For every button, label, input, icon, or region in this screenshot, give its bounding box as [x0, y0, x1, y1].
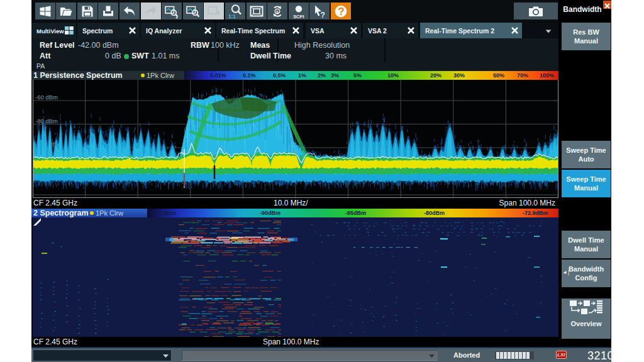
svg-text:s: s	[276, 8, 279, 14]
svg-text:SCPI: SCPI	[293, 13, 304, 19]
svg-text:1:1: 1:1	[228, 13, 236, 19]
svg-text:-80 dBm: -80 dBm	[35, 118, 58, 124]
svg-text:?: ?	[338, 6, 344, 18]
svg-text:-60 dBm: -60 dBm	[35, 94, 58, 101]
svg-text:?: ?	[321, 10, 325, 19]
